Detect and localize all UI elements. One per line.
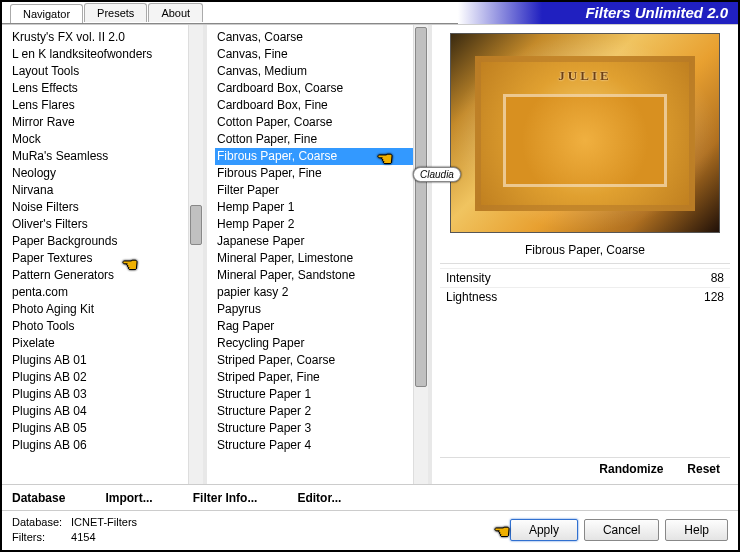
list-item[interactable]: Cotton Paper, Fine bbox=[215, 131, 413, 148]
tab-presets[interactable]: Presets bbox=[84, 3, 147, 22]
list-item[interactable]: Striped Paper, Fine bbox=[215, 369, 413, 386]
tab-navigator[interactable]: Navigator bbox=[10, 4, 83, 23]
status-text: Database: ICNET-Filters Filters: 4154 bbox=[12, 515, 488, 545]
list-item[interactable]: Oliver's Filters bbox=[10, 216, 188, 233]
list-item[interactable]: Pattern Generators bbox=[10, 267, 188, 284]
list-item[interactable]: Mirror Rave bbox=[10, 114, 188, 131]
list-item[interactable]: Plugins AB 02 bbox=[10, 369, 188, 386]
list-item[interactable]: Canvas, Medium bbox=[215, 63, 413, 80]
list-item[interactable]: papier kasy 2 bbox=[215, 284, 413, 301]
list-item[interactable]: Nirvana bbox=[10, 182, 188, 199]
tab-about[interactable]: About bbox=[148, 3, 203, 22]
list-item[interactable]: Plugins AB 05 bbox=[10, 420, 188, 437]
apply-button[interactable]: Apply bbox=[510, 519, 578, 541]
list-item[interactable]: Japanese Paper bbox=[215, 233, 413, 250]
list-item[interactable]: Krusty's FX vol. II 2.0 bbox=[10, 29, 188, 46]
list-item[interactable]: Neology bbox=[10, 165, 188, 182]
list-item[interactable]: Layout Tools bbox=[10, 63, 188, 80]
category-list[interactable]: Krusty's FX vol. II 2.0L en K landksiteo… bbox=[2, 25, 188, 484]
list-item[interactable]: Rag Paper bbox=[215, 318, 413, 335]
list-item[interactable]: Lens Flares bbox=[10, 97, 188, 114]
list-item[interactable]: Structure Paper 2 bbox=[215, 403, 413, 420]
parameter-list: Intensity 88 Lightness 128 bbox=[440, 268, 730, 457]
list-item[interactable]: Papyrus bbox=[215, 301, 413, 318]
param-label: Lightness bbox=[446, 290, 497, 304]
current-filter-label: Fibrous Paper, Coarse bbox=[440, 243, 730, 257]
bottom-bar: Database: ICNET-Filters Filters: 4154 ☛ … bbox=[2, 510, 738, 548]
pointer-icon: ☛ bbox=[494, 521, 510, 543]
list-item[interactable]: Structure Paper 1 bbox=[215, 386, 413, 403]
scrollbar-thumb[interactable] bbox=[190, 205, 202, 245]
import-button[interactable]: Import... bbox=[105, 491, 152, 505]
main-area: Krusty's FX vol. II 2.0L en K landksiteo… bbox=[2, 24, 738, 484]
list-item[interactable]: Mineral Paper, Limestone bbox=[215, 250, 413, 267]
list-item[interactable]: Mock bbox=[10, 131, 188, 148]
list-item[interactable]: Paper Textures bbox=[10, 250, 188, 267]
list-item[interactable]: Plugins AB 04 bbox=[10, 403, 188, 420]
app-title: Filters Unlimited 2.0 bbox=[458, 2, 738, 24]
list-item[interactable]: Canvas, Coarse bbox=[215, 29, 413, 46]
list-item[interactable]: Pixelate bbox=[10, 335, 188, 352]
list-item[interactable]: penta.com bbox=[10, 284, 188, 301]
filter-info-button[interactable]: Filter Info... bbox=[193, 491, 258, 505]
list-item[interactable]: Structure Paper 3 bbox=[215, 420, 413, 437]
param-label: Intensity bbox=[446, 271, 491, 285]
filter-scrollbar[interactable] bbox=[413, 25, 428, 484]
list-item[interactable]: Fibrous Paper, Coarse bbox=[215, 148, 413, 165]
list-item[interactable]: Cardboard Box, Fine bbox=[215, 97, 413, 114]
list-item[interactable]: Plugins AB 01 bbox=[10, 352, 188, 369]
list-item[interactable]: Fibrous Paper, Fine bbox=[215, 165, 413, 182]
scrollbar-thumb[interactable] bbox=[415, 27, 427, 387]
list-item[interactable]: Hemp Paper 2 bbox=[215, 216, 413, 233]
database-button[interactable]: Database bbox=[12, 491, 65, 505]
list-item[interactable]: Recycling Paper bbox=[215, 335, 413, 352]
filter-list-pane: Canvas, CoarseCanvas, FineCanvas, Medium… bbox=[207, 25, 432, 484]
preview-pane: JULIE Claudia Fibrous Paper, Coarse Inte… bbox=[432, 25, 738, 484]
editor-button[interactable]: Editor... bbox=[297, 491, 341, 505]
randomize-button[interactable]: Randomize bbox=[599, 462, 663, 476]
category-list-pane: Krusty's FX vol. II 2.0L en K landksiteo… bbox=[2, 25, 207, 484]
list-item[interactable]: Hemp Paper 1 bbox=[215, 199, 413, 216]
param-value: 128 bbox=[704, 290, 724, 304]
list-item[interactable]: Photo Aging Kit bbox=[10, 301, 188, 318]
list-item[interactable]: Lens Effects bbox=[10, 80, 188, 97]
param-value: 88 bbox=[711, 271, 724, 285]
footer-toolbar: Database Import... Filter Info... Editor… bbox=[2, 484, 738, 510]
list-item[interactable]: Cotton Paper, Coarse bbox=[215, 114, 413, 131]
list-item[interactable]: Photo Tools bbox=[10, 318, 188, 335]
list-item[interactable]: Structure Paper 4 bbox=[215, 437, 413, 454]
signature-badge: Claudia bbox=[413, 167, 461, 182]
tab-strip: Navigator Presets About bbox=[10, 3, 204, 22]
cancel-button[interactable]: Cancel bbox=[584, 519, 659, 541]
list-item[interactable]: Mineral Paper, Sandstone bbox=[215, 267, 413, 284]
list-item[interactable]: MuRa's Seamless bbox=[10, 148, 188, 165]
list-item[interactable]: Filter Paper bbox=[215, 182, 413, 199]
list-item[interactable]: Plugins AB 06 bbox=[10, 437, 188, 454]
list-item[interactable]: L en K landksiteofwonders bbox=[10, 46, 188, 63]
category-scrollbar[interactable] bbox=[188, 25, 203, 484]
param-row[interactable]: Lightness 128 bbox=[440, 287, 730, 306]
list-item[interactable]: Plugins AB 03 bbox=[10, 386, 188, 403]
preview-image: JULIE Claudia bbox=[450, 33, 720, 233]
list-item[interactable]: Paper Backgrounds bbox=[10, 233, 188, 250]
param-row[interactable]: Intensity 88 bbox=[440, 268, 730, 287]
list-item[interactable]: Noise Filters bbox=[10, 199, 188, 216]
list-item[interactable]: Striped Paper, Coarse bbox=[215, 352, 413, 369]
help-button[interactable]: Help bbox=[665, 519, 728, 541]
list-item[interactable]: Cardboard Box, Coarse bbox=[215, 80, 413, 97]
preview-text: JULIE bbox=[558, 68, 611, 84]
list-item[interactable]: Canvas, Fine bbox=[215, 46, 413, 63]
titlebar: Navigator Presets About Filters Unlimite… bbox=[2, 2, 738, 24]
reset-button[interactable]: Reset bbox=[687, 462, 720, 476]
filter-list[interactable]: Canvas, CoarseCanvas, FineCanvas, Medium… bbox=[207, 25, 413, 484]
